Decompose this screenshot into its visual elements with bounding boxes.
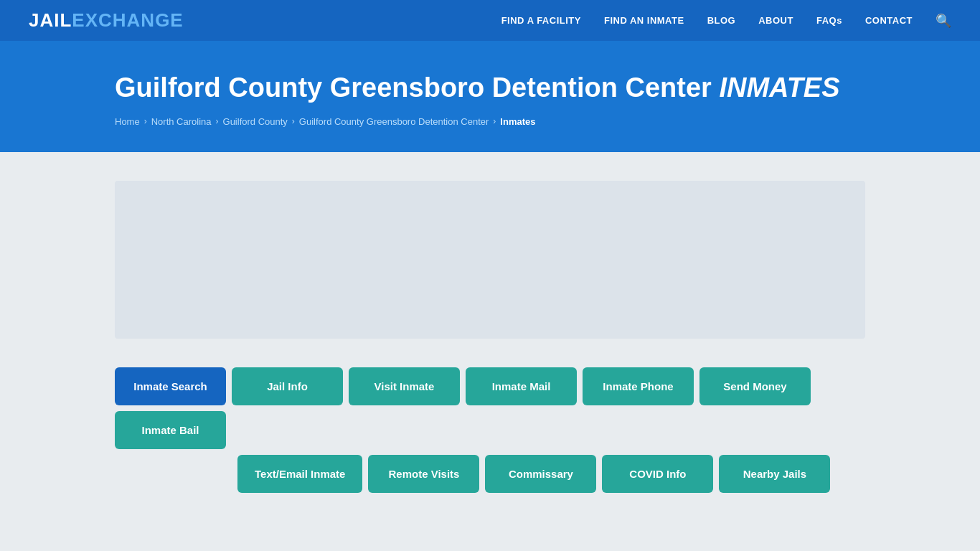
nav-item-contact[interactable]: CONTACT — [865, 15, 913, 26]
nav-item-faqs[interactable]: FAQs — [816, 15, 842, 26]
tab-remote-visits[interactable]: Remote Visits — [368, 455, 479, 493]
tab-inmate-bail[interactable]: Inmate Bail — [115, 411, 226, 449]
tab-jail-info[interactable]: Jail Info — [232, 367, 343, 405]
nav-item-blog[interactable]: BLOG — [707, 15, 736, 26]
tab-covid-info[interactable]: COVID Info — [602, 455, 713, 493]
page-title-italic: INMATES — [719, 72, 839, 103]
nav-item-find-inmate[interactable]: FIND AN INMATE — [604, 15, 684, 26]
tabs-row-1: Inmate SearchJail InfoVisit InmateInmate… — [115, 367, 865, 449]
main-nav: FIND A FACILITYFIND AN INMATEBLOGABOUTFA… — [501, 13, 951, 29]
tab-inmate-search[interactable]: Inmate Search — [115, 367, 226, 405]
breadcrumb-separator: › — [292, 116, 295, 126]
page-title: Guilford County Greensboro Detention Cen… — [115, 72, 865, 105]
tab-visit-inmate[interactable]: Visit Inmate — [349, 367, 460, 405]
tab-inmate-mail[interactable]: Inmate Mail — [466, 367, 577, 405]
breadcrumb-separator: › — [493, 116, 496, 126]
breadcrumb-separator: › — [216, 116, 219, 126]
breadcrumb-item-4: Inmates — [500, 116, 535, 127]
breadcrumb-item-0[interactable]: Home — [115, 116, 140, 127]
nav-item-about[interactable]: ABOUT — [758, 15, 793, 26]
tab-text-email[interactable]: Text/Email Inmate — [237, 455, 362, 493]
ad-placeholder — [115, 181, 865, 339]
page-title-main: Guilford County Greensboro Detention Cen… — [115, 72, 719, 103]
breadcrumb-item-3[interactable]: Guilford County Greensboro Detention Cen… — [299, 116, 489, 127]
hero-section: Guilford County Greensboro Detention Cen… — [0, 43, 980, 152]
tab-commissary[interactable]: Commissary — [485, 455, 596, 493]
breadcrumb-item-2[interactable]: Guilford County — [223, 116, 288, 127]
tabs-row-2: Text/Email InmateRemote VisitsCommissary… — [115, 455, 865, 493]
main-content: Inmate SearchJail InfoVisit InmateInmate… — [0, 152, 980, 522]
tab-send-money[interactable]: Send Money — [699, 367, 811, 405]
site-logo[interactable]: JAIL EXCHANGE — [29, 9, 184, 32]
breadcrumb-separator: › — [144, 116, 147, 126]
tab-nearby-jails[interactable]: Nearby Jails — [719, 455, 830, 493]
breadcrumb: Home›North Carolina›Guilford County›Guil… — [115, 116, 865, 127]
tabs-container: Inmate SearchJail InfoVisit InmateInmate… — [115, 367, 865, 493]
logo-jail-text: JAIL — [29, 9, 72, 32]
logo-exchange-text: EXCHANGE — [72, 9, 183, 32]
nav-item-find-facility[interactable]: FIND A FACILITY — [501, 15, 581, 26]
site-header: JAIL EXCHANGE FIND A FACILITYFIND AN INM… — [0, 0, 980, 43]
search-icon[interactable]: 🔍 — [936, 13, 951, 29]
tab-row-spacer — [115, 455, 232, 493]
breadcrumb-item-1[interactable]: North Carolina — [151, 116, 212, 127]
tab-inmate-phone[interactable]: Inmate Phone — [583, 367, 694, 405]
